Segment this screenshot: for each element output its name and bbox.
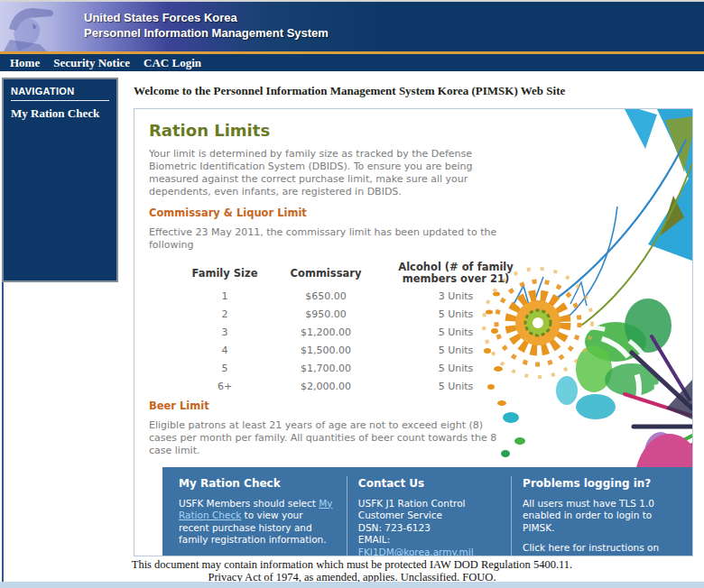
cell-family-size: 2 [174, 306, 275, 324]
sidebar-item-my-ration-check[interactable]: My Ration Check [11, 106, 109, 121]
page-title: Welcome to the Personnel Information Man… [134, 84, 693, 98]
top-navigation-bar: Home Security Notice CAC Login [0, 54, 704, 71]
site-header-banner: United States Forces Korea Personnel Inf… [0, 2, 704, 51]
cell-family-size: 1 [174, 288, 275, 306]
content-box: Ration Limits Your limit is determined b… [134, 108, 693, 556]
info-heading-contact-us: Contact Us [358, 478, 500, 491]
contact-email-line: EMAIL: FKJ1DM@korea.army.mil [358, 534, 500, 556]
email-label: EMAIL: [358, 534, 390, 545]
cac-login-paragraph: PIMSK account holders may login by selec… [179, 555, 336, 557]
cell-commissary: $1,200.00 [275, 324, 376, 342]
cell-alcohol: 5 Units [376, 342, 535, 360]
info-panel-my-ration-check: My Ration Check USFK Members should sele… [168, 476, 347, 556]
effective-date-text: Effective 23 May 2011, the commissary li… [149, 226, 497, 252]
contact-service-line: USFK J1 Ration Control Customer Service [358, 498, 500, 522]
cell-family-size: 5 [174, 360, 275, 378]
table-row: 3 $1,200.00 5 Units [174, 324, 535, 342]
tls-instructions-link[interactable]: how to enable TLS 1.0 on your browser [523, 555, 667, 557]
tls-instructions-paragraph: Click here for instructions on how to en… [523, 542, 678, 556]
email-link[interactable]: FKJ1DM@korea.army.mil [358, 547, 474, 557]
cell-alcohol: 5 Units [376, 378, 535, 396]
footer-disclaimer: This document may contain information wh… [0, 558, 704, 583]
info-panel: My Ration Check USFK Members should sele… [162, 467, 693, 556]
col-header-alcohol: Alcohol (# of family members over 21) [376, 260, 535, 288]
table-header-row: Family Size Commissary Alcohol (# of fam… [174, 260, 535, 288]
site-title-line2: Personnel Information Management System [84, 25, 329, 41]
sidebar-navigation-box: NAVIGATION My Ration Check [2, 78, 118, 282]
text-span: PIMSK account holders may login by selec… [179, 555, 310, 557]
cell-commissary: $650.00 [275, 288, 376, 306]
cell-commissary: $950.00 [275, 306, 376, 324]
sidebar-divider [11, 100, 109, 101]
bottom-edge-strip [0, 582, 704, 588]
text-span: Click here for instructions on [523, 542, 659, 553]
cell-family-size: 4 [174, 342, 275, 360]
info-heading-my-ration-check: My Ration Check [179, 478, 336, 491]
contact-dsn-line: DSN: 723-6123 [358, 522, 500, 535]
beer-limit-heading: Beer Limit [149, 400, 692, 412]
cell-family-size: 6+ [174, 378, 275, 396]
cell-commissary: $2,000.00 [275, 378, 376, 396]
nav-item-cac-login[interactable]: CAC Login [144, 56, 201, 70]
cell-commissary: $1,700.00 [275, 360, 376, 378]
col-header-commissary: Commissary [275, 260, 376, 288]
sidebar-title: NAVIGATION [11, 86, 109, 96]
cell-alcohol: 5 Units [376, 360, 535, 378]
commissary-liquor-heading: Commissary & Liquor Limit [149, 207, 692, 219]
ration-limits-table: Family Size Commissary Alcohol (# of fam… [174, 260, 535, 396]
page: United States Forces Korea Personnel Inf… [0, 0, 704, 588]
ration-limits-section: Ration Limits Your limit is determined b… [134, 109, 692, 556]
ration-limits-heading: Ration Limits [149, 121, 692, 140]
cell-alcohol: 3 Units [376, 288, 535, 306]
ration-intro-text: Your limit is determined by family size … [149, 148, 486, 198]
tls-requirement-text: All users must have TLS 1.0 enabled in o… [523, 498, 678, 535]
cell-commissary: $1,500.00 [275, 342, 376, 360]
info-heading-problems-logging-in: Problems logging in? [523, 478, 678, 491]
soldier-image [0, 2, 83, 51]
cell-alcohol: 5 Units [376, 306, 535, 324]
cell-family-size: 3 [174, 324, 275, 342]
table-row: 4 $1,500.00 5 Units [174, 342, 535, 360]
table-row: 6+ $2,000.00 5 Units [174, 378, 535, 396]
table-row: 1 $650.00 3 Units [174, 288, 535, 306]
my-ration-check-paragraph: USFK Members should select My Ration Che… [179, 498, 336, 547]
text-span: USFK Members should select [179, 498, 319, 509]
site-title: United States Forces Korea Personnel Inf… [84, 10, 329, 41]
info-panel-problems-logging-in: Problems logging in? All users must have… [512, 476, 689, 556]
col-header-family-size: Family Size [174, 260, 275, 288]
site-title-line1: United States Forces Korea [84, 10, 329, 25]
info-panel-contact-us: Contact Us USFK J1 Ration Control Custom… [347, 476, 512, 556]
footer-line1: This document may contain information wh… [0, 558, 704, 571]
nav-item-security-notice[interactable]: Security Notice [53, 56, 130, 70]
cell-alcohol: 5 Units [376, 324, 535, 342]
nav-item-home[interactable]: Home [10, 56, 40, 70]
table-row: 5 $1,700.00 5 Units [174, 360, 535, 378]
beer-limit-text: Eligible patrons at least 21 years of ag… [149, 419, 506, 457]
table-row: 2 $950.00 5 Units [174, 306, 535, 324]
